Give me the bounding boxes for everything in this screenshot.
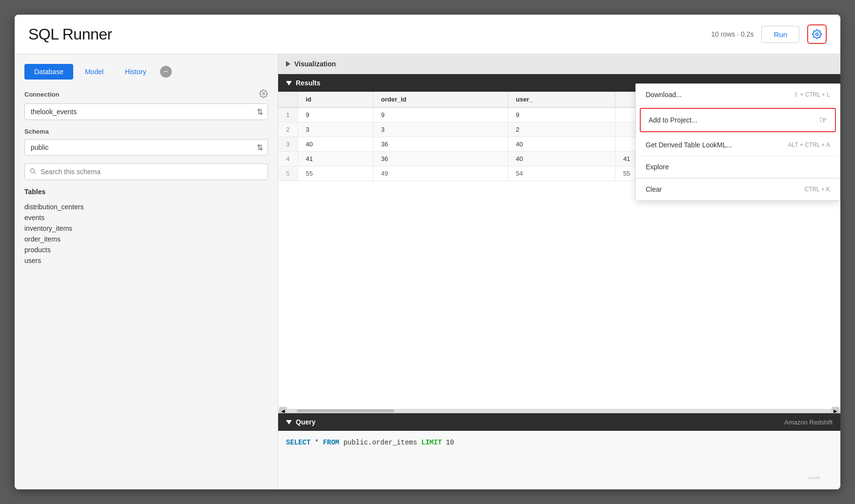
connection-section: Connection — [24, 89, 268, 100]
connection-label: Connection — [24, 91, 60, 98]
table-item-order-items[interactable]: order_items — [24, 234, 268, 244]
header: SQL Runner 10 rows · 0.2s Run — [15, 15, 840, 54]
cell-id-3: 40 — [298, 137, 373, 152]
cell-user-2: 2 — [508, 122, 615, 137]
rows-info: 10 rows · 0.2s — [711, 30, 753, 38]
tables-list: distribution_centers events inventory_it… — [24, 202, 268, 266]
schema-label: Schema — [24, 128, 49, 135]
col-header-id: id — [298, 92, 373, 107]
app-window: SQL Runner 10 rows · 0.2s Run Database M… — [15, 15, 840, 489]
cell-user-4: 40 — [508, 152, 615, 166]
cell-orderid-3: 36 — [373, 137, 508, 152]
cell-orderid-4: 36 — [373, 152, 508, 166]
header-right: 10 rows · 0.2s Run — [711, 24, 827, 44]
cell-id-5: 55 — [298, 166, 373, 181]
table-item-users[interactable]: users — [24, 255, 268, 266]
table-item-events[interactable]: events — [24, 212, 268, 223]
sql-limit-keyword: LIMIT — [421, 439, 442, 446]
horizontal-scrollbar[interactable]: ◀ ▶ — [278, 409, 840, 413]
query-label: Query — [296, 418, 315, 426]
cell-user-1: 9 — [508, 107, 615, 122]
sql-select-keyword: SELECT — [286, 439, 310, 446]
table-item-products[interactable]: products — [24, 244, 268, 255]
clear-label: Clear — [646, 185, 662, 193]
connection-select-wrapper: thelook_events ⇅ — [24, 103, 268, 120]
download-label: Download... — [646, 91, 682, 99]
visualization-bar[interactable]: Visualization — [278, 54, 840, 74]
cell-id-2: 3 — [298, 122, 373, 137]
explore-label: Explore — [646, 163, 669, 171]
cell-orderid-5: 49 — [373, 166, 508, 181]
scroll-left-button[interactable]: ◀ — [279, 407, 287, 413]
cursor-icon: ☞ — [819, 115, 827, 125]
cell-rownum-5: 5 — [278, 166, 298, 181]
connection-select[interactable]: thelook_events — [24, 103, 268, 120]
dropdown-item-download[interactable]: Download... ⇧ + CTRL + L — [636, 84, 840, 106]
tables-label: Tables — [24, 188, 268, 196]
cell-rownum-1: 1 — [278, 107, 298, 122]
tab-model[interactable]: Model — [75, 64, 113, 80]
col-header-user: user_ — [508, 92, 615, 107]
query-header[interactable]: Query Amazon Redshift — [278, 413, 840, 431]
page-title: SQL Runner — [28, 25, 112, 43]
visualization-label: Visualization — [294, 60, 336, 68]
download-shortcut: ⇧ + CTRL + L — [794, 91, 830, 98]
sql-from-keyword: FROM — [323, 439, 340, 446]
svg-point-1 — [263, 93, 265, 95]
query-section: Query Amazon Redshift SELECT * FROM publ… — [278, 413, 840, 489]
search-wrapper — [24, 163, 268, 180]
query-header-left: Query — [286, 418, 315, 426]
sql-limit-val: 10 — [446, 439, 454, 446]
sidebar: Database Model History − Connection thel… — [15, 54, 278, 489]
content: Database Model History − Connection thel… — [15, 54, 840, 489]
query-body[interactable]: SELECT * FROM public.order_items LIMIT 1… — [278, 431, 840, 489]
col-header-order-id: order_id — [373, 92, 508, 107]
tabs-container: Database Model History − — [24, 64, 268, 80]
search-icon — [29, 168, 36, 176]
collapse-tabs-button[interactable]: − — [160, 66, 172, 78]
dropdown-item-get-derived[interactable]: Get Derived Table LookML... ALT + CTRL +… — [636, 134, 840, 156]
gear-icon — [812, 29, 822, 39]
sql-star: * — [315, 439, 323, 446]
dropdown-item-add-to-project[interactable]: Add to Project... ☞ — [640, 108, 836, 132]
clear-shortcut: CTRL + K — [804, 186, 830, 193]
cell-id-1: 9 — [298, 107, 373, 122]
svg-line-3 — [34, 172, 36, 174]
cell-rownum-2: 2 — [278, 122, 298, 137]
cell-orderid-2: 3 — [373, 122, 508, 137]
schema-section: Schema — [24, 128, 268, 135]
tab-database[interactable]: Database — [24, 64, 73, 80]
cell-id-4: 41 — [298, 152, 373, 166]
cell-user-3: 40 — [508, 137, 615, 152]
cell-rownum-3: 3 — [278, 137, 298, 152]
schema-select[interactable]: public — [24, 139, 268, 156]
table-item-inventory-items[interactable]: inventory_items — [24, 223, 268, 234]
run-button[interactable]: Run — [761, 26, 799, 43]
search-input[interactable] — [24, 163, 268, 180]
svg-point-2 — [30, 169, 34, 173]
gear-button[interactable] — [807, 24, 827, 44]
dropdown-item-explore[interactable]: Explore — [636, 156, 840, 178]
svg-point-0 — [816, 33, 818, 36]
col-header-rownum — [278, 92, 298, 107]
svg-text:lookML: lookML — [808, 476, 821, 480]
results-expand-icon — [286, 81, 292, 85]
sql-table: public.order_items — [344, 439, 422, 446]
main-content: Visualization Results id order_id — [278, 54, 840, 489]
scroll-thumb[interactable] — [297, 409, 394, 412]
query-expand-icon — [286, 420, 292, 424]
dropdown-item-clear[interactable]: Clear CTRL + K — [636, 179, 840, 200]
cell-rownum-4: 4 — [278, 152, 298, 166]
schema-select-wrapper: public ⇅ — [24, 139, 268, 156]
dropdown-menu: Download... ⇧ + CTRL + L Add to Project.… — [635, 83, 840, 201]
lookml-watermark: lookML — [808, 472, 833, 484]
results-label: Results — [296, 79, 321, 87]
get-derived-label: Get Derived Table LookML... — [646, 141, 732, 149]
tab-history[interactable]: History — [115, 64, 156, 80]
cell-user-5: 54 — [508, 166, 615, 181]
cell-orderid-1: 9 — [373, 107, 508, 122]
query-dialect: Amazon Redshift — [784, 419, 833, 426]
table-item-distribution-centers[interactable]: distribution_centers — [24, 202, 268, 212]
scroll-right-button[interactable]: ▶ — [832, 407, 839, 413]
connection-gear-icon[interactable] — [259, 89, 268, 100]
